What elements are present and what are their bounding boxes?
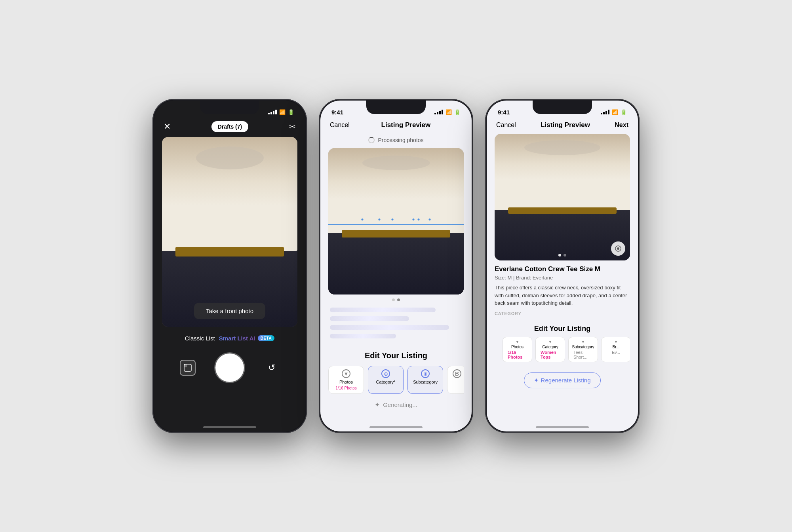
tab-photos-label: Photos xyxy=(339,380,353,384)
camera-viewfinder: Take a front photo xyxy=(162,137,297,327)
svg-point-3 xyxy=(617,247,619,250)
edit-listing-title-2: Edit Your Listing xyxy=(328,351,464,360)
cancel-button-3[interactable]: Cancel xyxy=(496,122,516,129)
scissors-icon[interactable]: ✂ xyxy=(289,122,296,131)
photo-dot-2 xyxy=(397,298,400,301)
gallery-button[interactable] xyxy=(180,360,196,376)
result-tabs-row: ▼ Photos 1/16 Photos ▼ Category Women To… xyxy=(495,337,630,364)
viewfinder-overlay: Take a front photo xyxy=(194,303,265,319)
regenerate-button[interactable]: ✦ Regenerate Listing xyxy=(524,372,600,388)
app-header-2: Cancel Listing Preview xyxy=(320,118,472,134)
listing-tabs-2: ▼ Photos 1/16 Photos ⊕ Category* ⊕ xyxy=(328,366,464,395)
app-header-3: Cancel Listing Preview Next xyxy=(487,118,638,134)
skeleton-line-2 xyxy=(330,316,409,321)
skeleton-line-4 xyxy=(330,334,396,338)
drafts-badge[interactable]: Drafts (7) xyxy=(211,121,248,132)
photo-dot-1 xyxy=(392,298,395,301)
tab-category-label: Category* xyxy=(376,380,396,384)
header-title-3: Listing Preview xyxy=(541,121,590,129)
edit-listing-title-3: Edit Your Listing xyxy=(495,325,630,333)
result-dot-2 xyxy=(564,254,566,256)
sparkle-icon: ✦ xyxy=(375,401,380,408)
generating-bar: ✦ Generating... xyxy=(320,395,472,414)
camera-corner-button[interactable] xyxy=(611,241,625,256)
phone-1: 📶 🔋 ✕ Drafts (7) ✂ xyxy=(152,99,307,433)
tab-photos-icon: ▼ xyxy=(342,369,350,378)
tab-brand-icon: B xyxy=(453,369,461,378)
smart-mode-label: Smart List AI xyxy=(219,335,255,342)
shutter-button[interactable] xyxy=(215,353,244,382)
result-tab-subcategory[interactable]: ▼ Subcategory Tees- Short... xyxy=(568,337,598,362)
scan-dots xyxy=(362,218,431,220)
status-time-2: 9:41 xyxy=(331,109,343,116)
edit-listing-section-2: Edit Your Listing ▼ Photos 1/16 Photos ⊕… xyxy=(320,345,472,395)
notch-2 xyxy=(366,101,426,114)
result-tab-brand[interactable]: ▼ Br... Ev... xyxy=(601,337,630,362)
flip-camera-button[interactable]: ↺ xyxy=(264,360,280,376)
tab-photos-sublabel: 1/16 Photos xyxy=(335,386,356,390)
status-time-3: 9:41 xyxy=(498,109,510,116)
category-label: CATEGORY xyxy=(495,311,630,316)
skeleton-line-1 xyxy=(330,308,436,312)
photo-dots-2 xyxy=(320,298,472,301)
processing-bar: Processing photos xyxy=(320,134,472,148)
smart-mode-selector[interactable]: Smart List AI BETA xyxy=(219,335,274,342)
camera-controls: ↺ xyxy=(154,353,305,382)
notch-1 xyxy=(200,101,259,114)
processing-label: Processing photos xyxy=(378,137,423,143)
camera-header: ✕ Drafts (7) ✂ xyxy=(154,118,305,137)
result-tab-category[interactable]: ▼ Category Women Tops xyxy=(535,337,565,362)
result-tab-photos[interactable]: ▼ Photos 1/16 Photos xyxy=(503,337,532,362)
phone-2: 9:41 📶 🔋 Cancel Li xyxy=(319,99,473,433)
home-indicator-2 xyxy=(369,426,423,428)
tab-subcategory-icon: ⊕ xyxy=(421,369,430,378)
tab-brand-2[interactable]: B xyxy=(447,366,464,394)
tab-category-2[interactable]: ⊕ Category* xyxy=(368,366,404,394)
skeleton-line-3 xyxy=(330,325,449,330)
phones-container: 📶 🔋 ✕ Drafts (7) ✂ xyxy=(152,99,640,433)
skeleton-lines xyxy=(320,301,472,345)
listing-photo-frame-2 xyxy=(328,148,464,294)
tab-category-icon: ⊕ xyxy=(381,369,390,378)
tab-subcategory-2[interactable]: ⊕ Subcategory xyxy=(407,366,443,394)
close-button[interactable]: ✕ xyxy=(164,122,171,132)
classic-mode-label[interactable]: Classic List xyxy=(185,335,215,342)
generating-label: Generating... xyxy=(383,401,417,408)
listing-meta: Size: M | Brand: Everlane xyxy=(495,275,630,281)
listing-description: This piece offers a classic crew neck, o… xyxy=(495,284,630,307)
tab-photos-2[interactable]: ▼ Photos 1/16 Photos xyxy=(328,366,364,394)
notch-3 xyxy=(533,101,592,114)
header-title-2: Listing Preview xyxy=(381,121,431,129)
edit-listing-section-3: Edit Your Listing ▼ Photos 1/16 Photos ▼… xyxy=(487,321,638,364)
result-dot-1 xyxy=(558,254,561,256)
phone-3: 9:41 📶 🔋 Cancel Li xyxy=(485,99,640,433)
tab-subcategory-label: Subcategory xyxy=(413,380,438,384)
listing-info: Everlane Cotton Crew Tee Size M Size: M … xyxy=(487,260,638,321)
cancel-button-2[interactable]: Cancel xyxy=(330,122,350,129)
home-indicator-3 xyxy=(536,426,589,428)
scan-line xyxy=(328,224,464,225)
camera-mode-bar: Classic List Smart List AI BETA xyxy=(154,335,305,342)
beta-badge: BETA xyxy=(258,335,274,341)
listing-title: Everlane Cotton Crew Tee Size M xyxy=(495,265,630,273)
result-photo-frame xyxy=(495,134,630,260)
next-button-3[interactable]: Next xyxy=(615,122,628,129)
spinner-icon xyxy=(368,137,375,143)
svg-rect-1 xyxy=(184,364,187,367)
home-indicator-1 xyxy=(203,426,256,428)
